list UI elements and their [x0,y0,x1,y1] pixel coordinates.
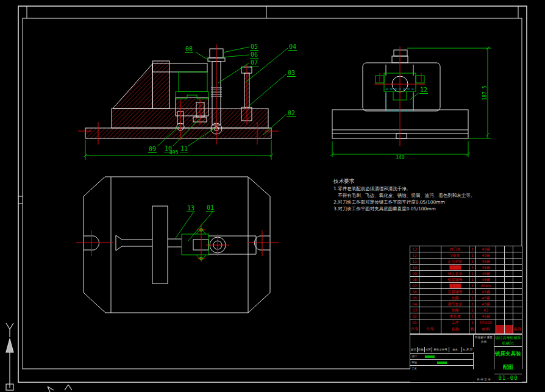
part-name: 夹具体 [441,313,469,319]
part-weight-each [496,319,504,325]
part-code [419,283,441,288]
header-no: 序号 [410,325,419,333]
part-number: 08 [410,277,419,282]
revision-header-row: 标记 处数 分区 更改文件号 签名 年.月.日 [410,347,473,352]
part-number: 05 [410,295,419,301]
revision-header: 标记 [410,347,417,352]
role-row-design: 设计 [410,353,473,359]
part-material: 45钢 [476,265,496,270]
part-code [419,313,441,319]
part-number: 09 [410,271,419,276]
tech-requirement-line: 不得有毛刺、飞边、氧化皮、锈蚀、切屑、油污、着色剂和灰尘等。 [333,192,475,199]
dimension-main-width: 495 [169,150,178,155]
stage-weight-scale-labels: 阶段标记 重量 比例 [474,335,494,344]
part-qty: 4 [469,265,476,270]
part-code [419,307,441,313]
callout-04: 04 [288,43,297,51]
drawing-title: 铣床夹具装配图 [494,347,522,374]
revision-header: 分区 [425,347,432,352]
title-block-name-zone: 镇江高专机械系 机械01 铣床夹具装配图 01-00 [494,335,522,382]
title-block-revision-zone: 标记 处数 分区 更改文件号 签名 年.月.日 设计 审核 工艺 [410,335,473,382]
part-name: 定位衬套 [441,258,469,264]
leader-line-12 [410,93,419,100]
part-weight-each [496,277,504,282]
part-name: 球头支承 [441,271,469,276]
part-qty: 1 [469,246,476,252]
part-weight-total [505,246,513,252]
plan-view [76,177,279,313]
header-note: 备注 [513,325,522,333]
part-code [419,295,441,301]
part-number: 10 [410,265,419,270]
part-qty: 1 [469,295,476,301]
callout-11: 11 [180,145,188,152]
parts-table-row: 03 垫圈 1 A3 [410,307,522,313]
part-name: 压紧螺母 [441,289,469,294]
part-note [513,295,522,301]
part-name: 对刀块 [441,246,469,252]
role-row-check: 审核 [410,359,473,365]
part-weight-each [496,252,504,258]
part-weight-each [496,301,504,307]
parts-table-body: 13 对刀块 1 45钢 12 V形块 1 45钢 [410,246,522,325]
part-weight-total [505,295,513,301]
header-code: 代号 [419,325,441,333]
part-qty: 1 [469,289,476,294]
drawing-number: 01-00 [494,374,522,382]
parts-table-row: 07 ████ 1 65Mn [410,283,522,288]
title-block-stage-zone: 阶段标记 重量 比例 共 张 第 张 [474,335,494,382]
callout-05: 05 [250,43,258,51]
part-name: ████ [441,265,469,270]
part-qty: 1 [469,301,476,307]
part-weight-total [505,289,513,294]
cad-drawing-canvas[interactable]: 08 05 06 07 04 03 02 09 10 11 12 13 01 4… [0,0,545,392]
header-name: 名称 [441,325,469,333]
part-note [513,258,522,264]
part-weight-total [505,307,513,313]
signature-mark [437,362,447,364]
dimension-lines-main [84,140,273,160]
part-number: 07 [410,283,419,288]
parts-table-row: 02 夹具体 1 45钢 [410,313,522,319]
part-note [513,265,522,270]
role-row-process: 工艺 [410,365,473,371]
part-weight-total [505,283,513,288]
revision-header: 签名 [449,347,461,352]
part-note [513,313,522,319]
part-weight-each [496,283,504,288]
part-weight-total [505,265,513,270]
part-material: 65Mn [476,283,496,288]
part-material: HT200 [476,319,496,325]
part-weight-total [505,258,513,264]
part-weight-each [496,313,504,319]
part-weight-total [505,301,513,307]
part-code [419,265,441,270]
parts-table-row: 06 压紧螺母 1 45钢 [410,289,522,294]
signature-mark [425,355,435,358]
callout-03: 03 [287,69,296,77]
part-qty: 1 [469,271,476,276]
part-number: 11 [410,258,419,264]
part-weight-total [505,252,513,258]
leader-lines-plan [175,212,213,241]
part-note [513,252,522,258]
part-material: 45钢 [476,301,496,307]
part-number: 06 [410,289,419,294]
callout-07: 07 [250,59,258,66]
parts-table-header: 序号 代号 名称 数量 材料 单件 总计 备注 [410,325,522,333]
part-material: A3 [476,307,496,313]
side-view [330,46,491,157]
parts-table-row: 11 定位衬套 1 45钢 [410,258,522,264]
parts-table-row: 01 工件 1 HT200 [410,319,522,325]
part-weight-total [505,313,513,319]
callout-06: 06 [250,51,258,59]
part-weight-total [505,277,513,282]
dimension-side-width: 340 [396,155,404,160]
part-weight-each [496,295,504,301]
part-code [419,271,441,276]
part-number: 01 [410,319,419,325]
part-qty: 1 [469,258,476,264]
part-number: 13 [410,246,419,252]
part-material: 45钢 [476,289,496,294]
part-qty: 1 [469,313,476,319]
